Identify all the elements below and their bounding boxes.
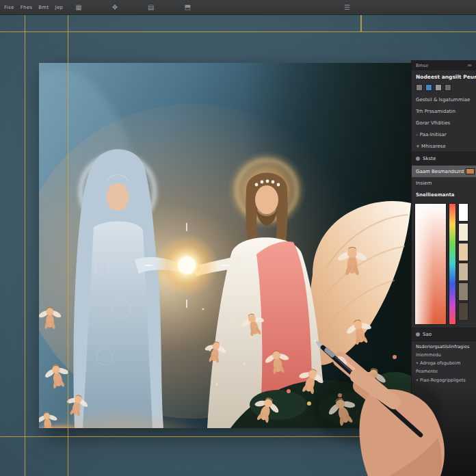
menu-item-jep[interactable]: Jep: [55, 5, 64, 10]
panel-row-insiem[interactable]: Insiem: [412, 177, 476, 189]
grid-icon[interactable]: ▦: [75, 4, 81, 11]
color-swatch[interactable]: [458, 203, 468, 222]
panel-tab-label[interactable]: Bmse: [416, 63, 428, 68]
panel-selected-row[interactable]: Gaam Besmandszrd: [412, 166, 476, 177]
menu-item-fise[interactable]: Fise: [4, 5, 14, 10]
window-menu-icon[interactable]: ☰: [344, 4, 350, 11]
panel-row-presentation[interactable]: Trh Prssamidatin: [412, 105, 476, 117]
guide-vertical-2[interactable]: [68, 15, 68, 476]
panel-tool-icon-active[interactable]: [425, 84, 432, 91]
layers-icon[interactable]: ⬒: [185, 4, 191, 11]
guide-vertical-1[interactable]: [25, 15, 25, 476]
panel-row-initisar[interactable]: – Paa-Initisar: [412, 129, 476, 140]
color-swatch[interactable]: [458, 263, 468, 281]
panel-selected-label: Gaam Besmandszrd: [416, 169, 464, 174]
color-swatch[interactable]: [458, 302, 468, 321]
color-swatch[interactable]: [458, 223, 468, 241]
move-tool-icon[interactable]: ✥: [112, 4, 118, 11]
toolbar-icons: ▦✥▤⬒☰: [75, 4, 380, 11]
menu-item-fhes[interactable]: Fhes: [21, 5, 33, 10]
panel-row-snellieemanta[interactable]: Snellieemanta: [412, 189, 476, 200]
panel-tool-icon-1[interactable]: [416, 84, 423, 91]
panel-menu-icon[interactable]: ≡: [467, 62, 472, 68]
panel-row-general[interactable]: Gestsil & lsgatummiae: [412, 94, 476, 105]
panel-icon-row: [412, 82, 476, 94]
shape-tool-icon[interactable]: ▤: [148, 4, 154, 11]
swatch-column: [458, 203, 470, 325]
panel-section-state[interactable]: Skste: [412, 152, 476, 166]
selected-swatch[interactable]: [466, 168, 475, 174]
panel-tool-icon-3[interactable]: [445, 84, 451, 91]
hand-with-stylus: [287, 320, 476, 476]
menu-bar: FiseFhesBmtJep: [4, 5, 63, 10]
toolbar: FiseFhesBmtJep ▦✥▤⬒☰: [0, 0, 476, 15]
panel-tab-bar: Bmse ≡: [412, 60, 476, 70]
guide-tick-top: [360, 15, 362, 31]
app-window: FiseFhesBmtJep ▦✥▤⬒☰: [0, 0, 476, 476]
panel-row-mhisarese[interactable]: + Mhisarese: [412, 140, 476, 152]
hue-bar[interactable]: [449, 203, 456, 325]
color-swatch[interactable]: [458, 282, 468, 301]
panel-section-state-label: Skste: [423, 156, 436, 161]
panel-row-utilities[interactable]: Gorar Vfidities: [412, 117, 476, 129]
menu-item-bmt[interactable]: Bmt: [38, 5, 49, 10]
color-picker: [412, 200, 476, 328]
color-gradient[interactable]: [414, 203, 447, 325]
workspace-background: Bmse ≡ Nodeest angsilt Peurnttia Gestsil…: [0, 15, 476, 476]
color-swatch[interactable]: [458, 243, 468, 261]
guide-horizontal-top[interactable]: [0, 31, 476, 32]
panel-tool-icon-2[interactable]: [435, 84, 442, 91]
panel-title: Nodeest angsilt Peurnttia: [412, 70, 476, 82]
section-state-icon: [416, 157, 420, 161]
